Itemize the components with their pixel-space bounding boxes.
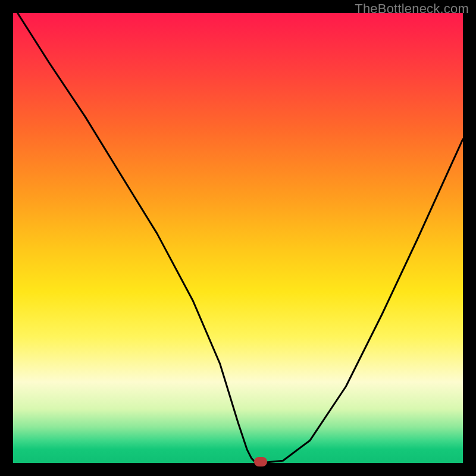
optimum-marker (254, 457, 267, 466)
chart-stage: TheBottleneck.com (0, 0, 476, 476)
plot-area (13, 13, 463, 463)
watermark-text: TheBottleneck.com (355, 1, 469, 17)
bottleneck-curve (13, 13, 463, 463)
